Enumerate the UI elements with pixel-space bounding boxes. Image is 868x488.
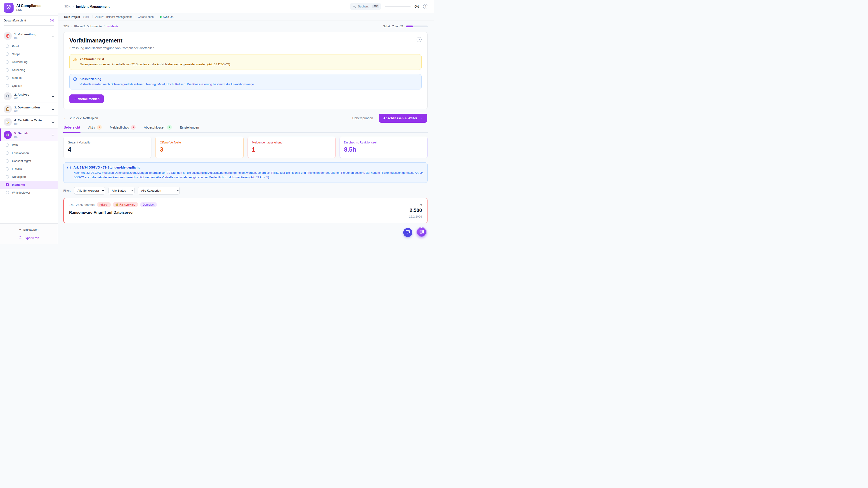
incident-date: 15.2.2026 [409,215,422,218]
sidebar-item-label: Profil [12,44,19,48]
section-label: 3. Dokumentation [14,106,40,109]
sidebar-item-label: Whistleblower [12,191,30,194]
sidebar-item-dsr[interactable]: DSR [0,141,58,149]
help-icon[interactable]: ? [423,4,428,9]
warning-triangle-icon [73,57,77,62]
incident-title: Ransomware-Angriff auf Dateiserver [69,210,157,215]
section-percent: 0% [14,97,29,100]
incident-id: INC-2026-000003 [69,203,95,206]
sidebar-item-eskalationen[interactable]: Eskalationen [0,149,58,157]
info-title: Klassifizierung [80,77,255,80]
arrow-right-icon: → [419,116,423,120]
status-badge: Gemeldet [140,202,157,207]
sidebar-item-anwendung[interactable]: Anwendung [0,58,58,66]
sidebar-section-rechtliche-texte[interactable]: 4. Rechtliche Texte 0% [0,116,58,128]
sidebar-item-whistleblower[interactable]: Whistleblower [0,189,58,197]
complete-next-button[interactable]: Abschliessen & Weiter → [379,113,427,123]
export-button[interactable]: Exportieren [19,236,39,240]
search-input[interactable]: Suchen... ⌘K [350,3,381,10]
shield-check-icon [6,4,11,11]
gdpr-note-title: Art. 33/34 DSGVO - 72-Stunden-Meldepflic… [73,166,424,169]
radio-icon [6,159,9,163]
stat-cards: Gesamt Vorfaelle 4 Offene Vorfaelle 3 Me… [63,137,428,158]
incident-management-card: Vorfallmanagement ? Erfassung und Nachve… [63,32,428,109]
tab-count-badge: 1 [167,125,172,130]
page-breadcrumb: SDK / Phase 2: Dokumente / Incidents [63,25,118,28]
stat-label: Gesamt Vorfaelle [68,141,147,144]
back-link[interactable]: ← Zurueck: Notfallplan [64,116,98,120]
tab-label: Abgeschlossen [144,126,165,129]
sidebar-item-profil[interactable]: Profil [0,42,58,50]
columns-icon [420,230,424,234]
chat-fab-button[interactable] [403,228,412,237]
magnifier-icon [4,92,12,100]
section-label: 1. Vorbereitung [14,33,36,36]
crumb-sdk[interactable]: SDK [63,25,69,28]
tab-aktiv[interactable]: Aktiv 2 [88,125,102,133]
classification-info-callout: Klassifizierung Vorfaelle werden nach Sc… [69,74,422,90]
card-help-icon[interactable]: ? [416,37,422,42]
sidebar-section-betrieb[interactable]: 5. Betrieb 0% [0,128,58,141]
severity-filter-select[interactable]: Alle Schweregrade [74,187,105,195]
sidebar-section-analyse[interactable]: 2. Analyse 0% [0,90,58,103]
tab-abgeschlossen[interactable]: Abgeschlossen 1 [143,125,172,133]
crumb-phase[interactable]: Phase 2: Dokumente [74,25,101,28]
collapse-sidebar-button[interactable]: « Einklappen [19,227,38,232]
skip-button[interactable]: Ueberspringen [352,116,373,120]
section-label: 2. Analyse [14,93,29,96]
status-filter-select[interactable]: Alle Status [108,187,134,195]
arrow-left-icon: ← [64,116,67,120]
stat-value: 3 [160,146,239,153]
tab-bar: Uebersicht Aktiv 2 Meldepflichtig 2 Abge… [63,125,428,133]
stat-label: Meldungen ausstehend [252,141,331,144]
stat-value: 1 [252,146,331,153]
sidebar-item-label: Module [12,76,22,79]
sidebar-section-vorbereitung[interactable]: 1. Vorbereitung 0% [0,30,58,42]
divider [157,15,157,18]
header-progress-track [385,6,410,7]
section-percent: 0% [14,135,28,138]
report-incident-button[interactable]: + Vorfall melden [69,94,104,103]
sidebar-item-consent-mgmt[interactable]: Consent Mgmt [0,157,58,165]
app-subtitle: SDK [16,8,41,11]
sidebar-item-incidents[interactable]: Incidents [0,181,58,189]
breadcrumb-root[interactable]: SDK [64,5,70,8]
sidebar-item-screening[interactable]: Screening [0,66,58,74]
tab-meldepflichtig[interactable]: Meldepflichtig 2 [110,125,136,133]
sidebar-item-label: DSR [12,143,18,147]
tab-count-badge: 2 [97,125,102,130]
chat-bubble-icon [405,230,410,235]
clipboard-icon [4,105,12,113]
status-bar: Kein Projekt V001 Zuletzt: Incident Mana… [58,13,434,21]
plus-icon: + [74,97,76,101]
info-icon [67,166,71,170]
app-name: AI Compliance [16,4,41,8]
sidebar-item-quellen[interactable]: Quellen [0,82,58,90]
chevron-up-icon [52,34,55,38]
sidebar-item-emails[interactable]: E-Mails [0,165,58,173]
warning-title: 72-Stunden-Frist [80,57,231,61]
sidebar-item-notfallplan[interactable]: Notfallplan [0,173,58,181]
category-filter-select[interactable]: Alle Kategorien [138,187,180,195]
sidebar-item-scope[interactable]: Scope [0,50,58,58]
step-progress-track [406,26,428,27]
stat-pending-reports: Meldungen ausstehend 1 [248,137,336,158]
columns-fab-button[interactable] [416,227,427,237]
section-label: 5. Betrieb [14,131,28,135]
sidebar-item-module[interactable]: Module [0,74,58,82]
sidebar-section-dokumentation[interactable]: 3. Dokumentation 0% [0,103,58,116]
tab-einstellungen[interactable]: Einstellungen [180,125,199,133]
breadcrumb: SDK › Incident Management [64,5,110,8]
target-icon [4,32,12,40]
section-percent: 0% [14,37,36,39]
tab-label: Uebersicht [64,126,80,129]
info-text: Vorfaelle werden nach Schweregrad klassi… [80,82,255,87]
tab-uebersicht[interactable]: Uebersicht [63,125,81,133]
incident-card[interactable]: INC-2026-000003 Kritisch Ransomware Geme… [63,198,428,223]
tab-label: Meldepflichtig [110,126,129,129]
tab-label: Einstellungen [180,126,199,129]
app-logo-row: AI Compliance SDK [0,0,58,15]
back-label: Zurueck: Notfallplan [70,116,98,120]
stat-avg-reaction-time: Durchschn. Reaktionszeit 8.5h [340,137,428,158]
stat-label: Durchschn. Reaktionszeit [344,141,423,144]
